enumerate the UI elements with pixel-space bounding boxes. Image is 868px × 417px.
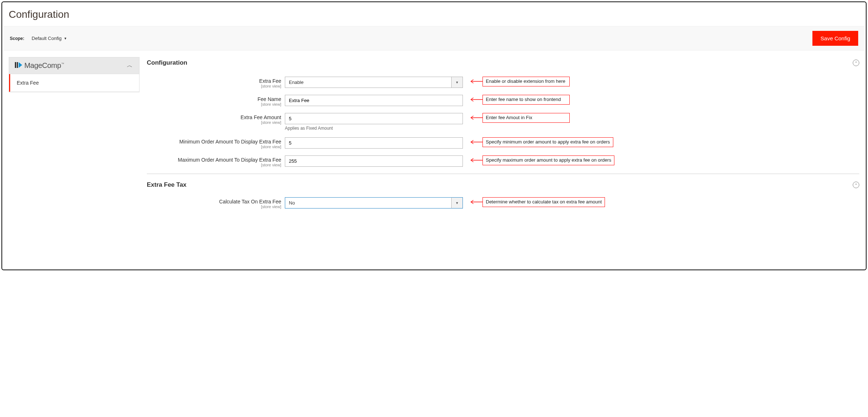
field-calculate-tax: Calculate Tax On Extra Fee [store view] …: [147, 197, 859, 209]
field-label: Calculate Tax On Extra Fee: [219, 199, 281, 205]
max-order-input[interactable]: [285, 155, 463, 167]
field-scope: [store view]: [147, 163, 281, 167]
field-min-order: Minimum Order Amount To Display Extra Fe…: [147, 137, 859, 149]
svg-rect-1: [17, 62, 18, 68]
field-scope: [store view]: [147, 102, 281, 106]
field-scope: [store view]: [147, 120, 281, 125]
section-title: Extra Fee Tax: [147, 181, 186, 189]
sidebar-item-extra-fee[interactable]: Extra Fee: [9, 74, 139, 92]
section-title: Configuration: [147, 59, 187, 66]
scope-label: Scope:: [10, 36, 24, 41]
calculate-tax-select[interactable]: No ▼: [285, 197, 463, 208]
section-header-extra-fee-tax[interactable]: Extra Fee Tax ⌃: [147, 179, 859, 197]
caret-down-icon: ▼: [456, 81, 459, 84]
field-note: Applies as Fixed Amount: [285, 126, 463, 131]
section-header-configuration[interactable]: Configuration ⌃: [147, 57, 859, 77]
config-sidebar: MageComp™ ︿ Extra Fee: [9, 57, 140, 92]
field-label: Extra Fee Amount: [241, 114, 281, 120]
dropdown-button[interactable]: ▼: [451, 197, 463, 208]
callout: Enter fee name to show on frontend: [483, 95, 570, 105]
arrow-left-icon: [469, 78, 483, 85]
page-title: Configuration: [2, 2, 866, 26]
brand-name: MageComp™: [24, 61, 64, 70]
collapse-icon: ⌃: [853, 60, 859, 66]
field-scope: [store view]: [147, 84, 281, 88]
collapse-icon: ⌃: [853, 182, 859, 188]
field-max-order: Maximum Order Amount To Display Extra Fe…: [147, 155, 859, 167]
field-label: Minimum Order Amount To Display Extra Fe…: [179, 139, 281, 145]
arrow-left-icon: [469, 139, 483, 145]
svg-marker-2: [19, 62, 22, 68]
extra-fee-select[interactable]: Enable ▼: [285, 77, 463, 88]
field-fee-amount: Extra Fee Amount [store view] Applies as…: [147, 113, 859, 131]
chevron-up-icon: ︿: [127, 62, 133, 69]
fee-name-input[interactable]: [285, 95, 463, 106]
caret-down-icon: ▼: [64, 37, 67, 40]
arrow-left-icon: [469, 96, 483, 103]
callout: Enter fee Amout in Fix: [483, 113, 570, 123]
arrow-left-icon: [469, 114, 483, 121]
scope-value: Default Config: [32, 36, 61, 41]
field-scope: [store view]: [147, 205, 281, 209]
arrow-left-icon: [469, 199, 483, 205]
field-label: Maximum Order Amount To Display Extra Fe…: [178, 157, 281, 163]
field-extra-fee: Extra Fee [store view] Enable ▼ Enable o…: [147, 77, 859, 88]
dropdown-button[interactable]: ▼: [451, 77, 463, 88]
callout: Determine whether to calculate tax on ex…: [483, 197, 605, 207]
callout: Enable or disable extension from here: [483, 77, 570, 86]
scope-select[interactable]: Default Config ▼: [32, 36, 67, 41]
caret-down-icon: ▼: [456, 201, 459, 205]
callout: Specify minimum order amount to apply ex…: [483, 137, 613, 147]
arrow-left-icon: [469, 157, 483, 163]
save-config-button[interactable]: Save Config: [812, 31, 858, 46]
sidebar-group-magecomp[interactable]: MageComp™ ︿: [9, 57, 139, 74]
field-label: Fee Name: [258, 96, 281, 102]
field-scope: [store view]: [147, 145, 281, 149]
section-divider: [147, 174, 859, 174]
svg-rect-0: [15, 62, 16, 68]
config-toolbar: Scope: Default Config ▼ Save Config: [3, 26, 865, 50]
fee-amount-input[interactable]: [285, 113, 463, 124]
magecomp-logo-icon: [14, 61, 22, 70]
min-order-input[interactable]: [285, 137, 463, 149]
field-label: Extra Fee: [259, 78, 281, 84]
callout: Specify maximum order amount to apply ex…: [483, 155, 614, 165]
field-fee-name: Fee Name [store view] Enter fee name to …: [147, 95, 859, 106]
